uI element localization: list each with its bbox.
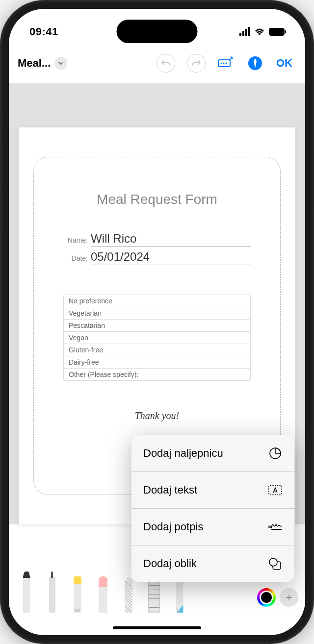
- phone-frame: 09:41 Meal...: [0, 0, 314, 644]
- add-signature-item[interactable]: Dodaj potpis: [131, 509, 294, 545]
- eraser-tool[interactable]: [92, 576, 114, 613]
- add-sticker-item[interactable]: Dodaj naljepnicu: [131, 435, 294, 472]
- name-row: Name: Will Rico: [63, 232, 251, 247]
- battery-icon: [269, 28, 285, 36]
- pen-tool[interactable]: [16, 571, 37, 613]
- status-time: 09:41: [29, 25, 58, 38]
- navigation-toolbar: Meal... OK: [9, 43, 305, 83]
- option-row: Dairy-free: [64, 356, 250, 369]
- phone-screen: 09:41 Meal...: [9, 9, 305, 635]
- menu-item-label: Dodaj naljepnicu: [143, 447, 223, 460]
- thank-you-text: Thank you!: [49, 410, 265, 421]
- date-row: Date: 05/01/2024: [63, 250, 251, 265]
- add-text-item[interactable]: Dodaj tekst: [131, 472, 294, 509]
- svg-point-2: [223, 63, 225, 64]
- volume-down-button: [0, 191, 0, 230]
- document-title[interactable]: Meal...: [18, 57, 67, 70]
- color-picker-button[interactable]: [257, 588, 276, 607]
- volume-up-button: [0, 142, 0, 181]
- option-row: Pescatarian: [64, 320, 250, 332]
- option-row: Vegetarian: [64, 307, 250, 320]
- markup-button[interactable]: [246, 54, 264, 73]
- date-value: 05/01/2024: [91, 250, 251, 265]
- option-row: No preference: [64, 295, 250, 307]
- menu-item-label: Dodaj oblik: [143, 557, 197, 570]
- menu-item-label: Dodaj potpis: [143, 520, 203, 533]
- signature-icon: [268, 520, 283, 534]
- dynamic-island: [117, 20, 198, 43]
- option-row: Gluten-free: [64, 344, 250, 356]
- current-color-icon: [260, 591, 273, 604]
- undo-button[interactable]: [157, 54, 175, 73]
- cellular-signal-icon: [239, 27, 250, 36]
- date-label: Date:: [63, 254, 91, 262]
- svg-point-8: [269, 558, 277, 566]
- status-indicators: [239, 27, 285, 36]
- name-label: Name:: [63, 236, 91, 244]
- meal-options-table: No preference Vegetarian Pescatarian Veg…: [63, 295, 251, 381]
- tool-value: 50: [177, 608, 182, 613]
- shapes-icon: [268, 556, 283, 571]
- lasso-tool[interactable]: [118, 576, 139, 613]
- option-row: Vegan: [64, 332, 250, 344]
- title-text: Meal...: [18, 57, 51, 70]
- sticker-icon: [268, 446, 283, 461]
- text-box-icon: [268, 483, 283, 497]
- menu-item-label: Dodaj tekst: [143, 484, 197, 496]
- done-button[interactable]: OK: [276, 57, 292, 70]
- form-title: Meal Request Form: [49, 192, 265, 207]
- option-row: Other (Please specify):: [64, 369, 250, 380]
- plus-icon: +: [286, 591, 292, 604]
- marker-tool[interactable]: [41, 576, 63, 613]
- svg-point-1: [221, 63, 222, 64]
- name-value: Will Rico: [91, 232, 251, 247]
- highlighter-tool[interactable]: 80: [67, 576, 88, 613]
- side-button: [0, 108, 0, 127]
- add-popup-menu: Dodaj naljepnicu Dodaj tekst Dodaj potpi…: [131, 435, 294, 582]
- tool-value: 80: [75, 608, 80, 613]
- home-indicator[interactable]: [113, 626, 201, 629]
- redo-button[interactable]: [187, 54, 206, 73]
- svg-point-3: [226, 63, 227, 64]
- chevron-down-icon[interactable]: [54, 57, 67, 70]
- autofill-button[interactable]: [217, 56, 234, 71]
- wifi-icon: [254, 28, 265, 36]
- add-button[interactable]: +: [280, 588, 298, 607]
